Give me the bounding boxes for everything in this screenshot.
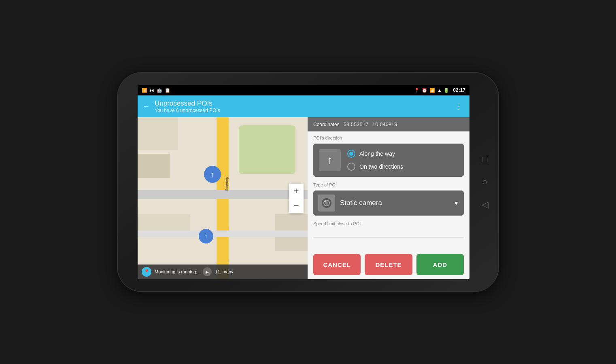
more-menu-button[interactable]: ⋮ [455, 102, 463, 110]
radio-two-circle [347, 163, 355, 171]
device-screen: 📶 ⏭ 🤖 📋 📍 ⏰ 📶 ▲ 🔋 02:17 [138, 85, 469, 279]
status-right: 📍 ⏰ 📶 ▲ 🔋 02:17 [414, 87, 465, 93]
map-marker-main[interactable]: ↑ [204, 166, 221, 183]
direction-arrow-icon: ↑ [319, 149, 341, 171]
map-building-1 [138, 117, 178, 150]
wifi-icon: 📶 [429, 88, 435, 93]
hw-circle-button[interactable]: ○ [482, 177, 487, 187]
app-content: ← Unprocessed POIs You have 6 unprocesse… [138, 95, 469, 279]
play-button[interactable]: ▶ [203, 267, 212, 276]
radio-along-label: Along the way [359, 150, 395, 157]
dropdown-arrow-icon: ▼ [453, 200, 459, 206]
radio-two-label: On two directions [359, 163, 403, 170]
battery-icon: 🔋 [444, 88, 449, 93]
status-time: 02:17 [453, 87, 465, 93]
coordinates-lng: 10.040819 [372, 121, 397, 127]
status-left: 📶 ⏭ 🤖 📋 [142, 88, 170, 93]
add-button[interactable]: ADD [416, 254, 464, 275]
buttons-row: CANCEL DELETE ADD [308, 250, 469, 279]
map-area[interactable]: Левенер ↑ ↑ + − 📍 [138, 117, 308, 279]
camera-icon-box [318, 195, 335, 212]
map-marker-2[interactable]: ↑ [199, 229, 213, 243]
map-road-h2 [138, 231, 308, 237]
screen-wrapper: 📶 ⏭ 🤖 📋 📍 ⏰ 📶 ▲ 🔋 02:17 [127, 80, 480, 284]
radio-group: Along the way On two directions [347, 150, 403, 171]
right-panel: Coordinates 53.553517 10.040819 POI's di… [308, 117, 469, 279]
media-icon: ⏭ [150, 88, 154, 93]
top-bar: ← Unprocessed POIs You have 6 unprocesse… [138, 95, 469, 117]
hardware-buttons: □ ○ ◁ [480, 146, 489, 218]
location-icon: 📍 [414, 88, 420, 93]
title-area: Unprocessed POIs You have 6 unprocessed … [155, 99, 220, 113]
poi-direction-label: POI's direction [313, 135, 464, 140]
monitoring-bar: 📍 Monitoring is running... ▶ 11, many [138, 265, 308, 279]
delete-button[interactable]: DELETE [365, 254, 412, 275]
monitoring-text: Monitoring is running... [155, 269, 200, 274]
coordinates-lat: 53.553517 [344, 121, 368, 127]
map-street-label: Левенер [224, 177, 228, 191]
map-building-2 [138, 154, 170, 178]
map-background: Левенер ↑ ↑ + − 📍 [138, 117, 308, 279]
radio-along-the-way[interactable]: Along the way [347, 150, 403, 158]
radio-along-inner [349, 152, 353, 156]
radio-along-circle [347, 150, 355, 158]
monitoring-icon: 📍 [142, 267, 151, 277]
svg-point-3 [324, 201, 326, 202]
device: 📶 ⏭ 🤖 📋 📍 ⏰ 📶 ▲ 🔋 02:17 [118, 73, 498, 291]
map-road-horizontal [138, 190, 308, 199]
map-green-area [239, 125, 295, 174]
signal-icon: 📶 [142, 88, 147, 93]
hw-square-button[interactable]: □ [482, 154, 487, 165]
top-bar-left: ← Unprocessed POIs You have 6 unprocesse… [142, 99, 220, 113]
speed-input-line [313, 228, 464, 237]
coordinates-label: Coordinates [313, 122, 340, 127]
poi-type-section: Type of POI S [308, 180, 469, 219]
zoom-controls: + − [289, 184, 304, 213]
zoom-out-button[interactable]: − [289, 198, 304, 213]
page-title: Unprocessed POIs [155, 99, 220, 108]
camera-icon [321, 197, 332, 209]
radio-two-directions[interactable]: On two directions [347, 163, 403, 171]
hw-back-button[interactable]: ◁ [482, 199, 489, 210]
android-icon: 🤖 [157, 88, 162, 93]
poi-direction-section: POI's direction ↑ Along the way [308, 131, 469, 180]
speed-limit-section: Speed limit close to POI [308, 219, 469, 241]
clipboard-icon: 📋 [165, 88, 170, 93]
direction-box: ↑ Along the way [313, 144, 464, 177]
cancel-button[interactable]: CANCEL [313, 254, 361, 275]
alarm-icon: ⏰ [422, 88, 427, 93]
back-button[interactable]: ← [142, 102, 150, 111]
monitoring-location: 11, many [215, 269, 233, 274]
status-bar: 📶 ⏭ 🤖 📋 📍 ⏰ 📶 ▲ 🔋 02:17 [138, 85, 469, 95]
zoom-in-button[interactable]: + [289, 184, 304, 198]
poi-type-label: Type of POI [313, 182, 464, 187]
speed-limit-label: Speed limit close to POI [313, 221, 464, 226]
poi-type-box[interactable]: Static camera ▼ [313, 190, 464, 216]
poi-type-value: Static camera [340, 199, 448, 207]
network-icon: ▲ [437, 88, 442, 93]
main-area: Левенер ↑ ↑ + − 📍 [138, 117, 469, 279]
coordinates-bar: Coordinates 53.553517 10.040819 [308, 117, 469, 131]
page-subtitle: You have 6 unprocessed POIs [155, 108, 220, 113]
